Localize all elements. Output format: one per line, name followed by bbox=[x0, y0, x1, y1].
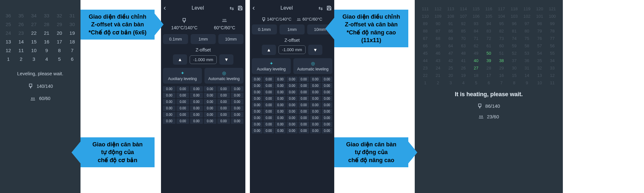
grid-cell: 70 bbox=[459, 36, 468, 41]
phone-header: ‹ Level ⇆ bbox=[163, 3, 243, 15]
mesh-cell: 0.00 bbox=[231, 112, 243, 117]
grid-cell: 101 bbox=[535, 14, 544, 19]
grid-cell: 67 bbox=[421, 36, 430, 41]
save-icon[interactable] bbox=[327, 5, 332, 11]
z-up-button[interactable]: ▲ bbox=[173, 54, 187, 65]
grid-cell: 118 bbox=[509, 6, 519, 11]
mesh-cell: 0.00 bbox=[263, 77, 274, 82]
grid-cell: 16 bbox=[497, 73, 506, 78]
grid-cell: 83 bbox=[484, 29, 493, 33]
grid-cell: 30 bbox=[68, 22, 77, 27]
mesh-cell: 0.00 bbox=[275, 77, 286, 82]
swap-icon[interactable]: ⇆ bbox=[318, 5, 323, 11]
header-icons: ⇆ bbox=[318, 5, 332, 11]
mesh-cell: 0.00 bbox=[176, 93, 189, 98]
mesh-cell: 0.00 bbox=[275, 115, 286, 121]
leveling-progress-panel-advanced: 1111121131141151161171181191201211101091… bbox=[415, 0, 563, 193]
grid-cell: 15 bbox=[29, 39, 38, 44]
z-offset-value: -1.000 mm bbox=[279, 45, 306, 54]
step-0.1mm-button[interactable]: 0.1mm bbox=[252, 24, 277, 34]
grid-cell: 119 bbox=[522, 6, 532, 11]
mesh-cell: 0.00 bbox=[190, 106, 203, 111]
grid-cell: 89 bbox=[421, 21, 430, 26]
leveling-grid-6x6: 3635343332312526272829302423222120191314… bbox=[4, 13, 77, 62]
step-0.1mm-button[interactable]: 0.1mm bbox=[163, 34, 188, 44]
callout-line: *Chế độ nâng cao bbox=[339, 29, 404, 36]
z-up-button[interactable]: ▲ bbox=[262, 45, 276, 55]
grid-cell: 43 bbox=[433, 58, 442, 63]
grid-cell: 19 bbox=[459, 73, 468, 78]
nozzle-temp-value: 140°C/140°C bbox=[171, 25, 197, 30]
automatic-leveling-button[interactable]: ◎Automatic leveling bbox=[204, 68, 243, 84]
grid-cell: 22 bbox=[29, 30, 38, 36]
mesh-cell: 0.00 bbox=[252, 89, 262, 95]
mesh-cell: 0.00 bbox=[310, 109, 321, 114]
grid-cell: 42 bbox=[446, 58, 455, 63]
auxiliary-leveling-button[interactable]: ✦Auxiliary leveling bbox=[163, 68, 202, 84]
grid-cell: 33 bbox=[42, 13, 51, 18]
grid-cell: 96 bbox=[509, 21, 519, 26]
grid-cell: 102 bbox=[522, 14, 532, 19]
nozzle-icon bbox=[171, 17, 197, 23]
mesh-cell: 0.00 bbox=[204, 106, 216, 111]
mesh-cell: 0.00 bbox=[176, 118, 189, 124]
bed-temp-block: 60°C/60°C bbox=[214, 17, 235, 30]
step-1mm-button[interactable]: 1mm bbox=[279, 24, 305, 34]
grid-cell: 27 bbox=[471, 66, 481, 70]
mesh-cell: 0.00 bbox=[163, 86, 175, 92]
grid-cell: 111 bbox=[421, 6, 430, 11]
swap-icon[interactable]: ⇆ bbox=[230, 5, 234, 11]
bed-temp-value: 60°C/60°C bbox=[302, 17, 322, 22]
mesh-cell: 0.00 bbox=[298, 122, 309, 127]
grid-cell: 20 bbox=[55, 30, 64, 36]
grid-cell: 116 bbox=[484, 6, 493, 11]
grid-cell: 13 bbox=[4, 39, 13, 44]
level-screen-basic: ‹ Level ⇆ 140°C/140°C 60°C/60°C 0.1mm 1m… bbox=[161, 0, 245, 193]
grid-cell: 17 bbox=[55, 39, 64, 44]
automatic-leveling-button[interactable]: ◎Automatic leveling bbox=[293, 58, 332, 74]
grid-cell: 34 bbox=[548, 58, 557, 63]
grid-cell: 84 bbox=[471, 29, 481, 33]
mesh-cell: 0.00 bbox=[263, 109, 274, 114]
grid-cell: 76 bbox=[535, 36, 544, 41]
bed-temp-value: 23/60 bbox=[487, 114, 499, 119]
mesh-cell: 0.00 bbox=[190, 93, 203, 98]
grid-cell: 5 bbox=[55, 56, 64, 62]
callout-line: chế độ cơ bản bbox=[85, 156, 150, 164]
grid-cell: 11 bbox=[17, 48, 26, 53]
back-button[interactable]: ‹ bbox=[164, 4, 166, 12]
z-down-button[interactable]: ▼ bbox=[308, 45, 322, 55]
grid-cell: 12 bbox=[4, 48, 13, 53]
grid-cell: 10 bbox=[29, 48, 38, 53]
auto-icon: ◎ bbox=[295, 61, 331, 66]
mesh-cell: 0.00 bbox=[298, 96, 309, 101]
nozzle-temp-value: 86/140 bbox=[485, 103, 500, 109]
mesh-cell: 0.00 bbox=[163, 112, 175, 117]
grid-cell: 29 bbox=[497, 66, 506, 70]
back-button[interactable]: ‹ bbox=[252, 4, 255, 12]
auxiliary-leveling-button[interactable]: ✦Auxiliary leveling bbox=[252, 58, 291, 74]
callout-line: Z-offset và cân bàn bbox=[85, 21, 150, 28]
grid-cell: 104 bbox=[497, 14, 506, 19]
grid-cell: 95 bbox=[497, 21, 506, 26]
temp-readouts-compact: 140°C/140°C 60°C/60°C bbox=[252, 17, 332, 22]
mesh-cell: 0.00 bbox=[204, 118, 216, 124]
mesh-cell: 0.00 bbox=[263, 122, 274, 127]
z-down-button[interactable]: ▼ bbox=[219, 54, 233, 65]
grid-cell: 17 bbox=[484, 73, 493, 78]
mesh-cell: 0.00 bbox=[275, 96, 286, 101]
svg-rect-8 bbox=[263, 18, 265, 20]
save-icon[interactable] bbox=[238, 5, 243, 11]
step-1mm-button[interactable]: 1mm bbox=[191, 34, 216, 44]
mesh-cell: 0.00 bbox=[310, 89, 321, 95]
grid-cell: 23 bbox=[17, 30, 26, 36]
mesh-cell: 0.00 bbox=[217, 99, 230, 105]
mesh-cell: 0.00 bbox=[298, 115, 309, 121]
bed-temp-value: 60°C/60°C bbox=[214, 25, 235, 30]
grid-cell: 90 bbox=[433, 21, 442, 26]
step-10mm-button[interactable]: 10mm bbox=[218, 34, 243, 44]
grid-cell: 36 bbox=[522, 58, 532, 63]
grid-cell: 21 bbox=[433, 73, 442, 78]
mesh-cell: 0.00 bbox=[298, 89, 309, 95]
mesh-cell: 0.00 bbox=[231, 86, 243, 92]
